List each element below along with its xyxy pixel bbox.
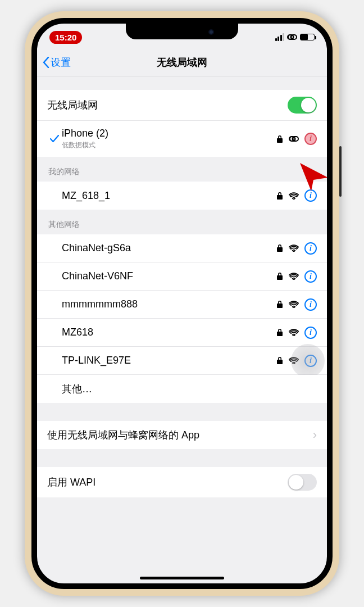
network-name: MZ618 bbox=[62, 327, 276, 338]
wifi-icon bbox=[289, 244, 299, 252]
wifi-icon bbox=[289, 301, 299, 308]
info-button[interactable]: i bbox=[304, 355, 317, 367]
wifi-toggle[interactable] bbox=[288, 97, 317, 114]
home-indicator bbox=[140, 577, 224, 579]
side-button bbox=[339, 146, 342, 197]
network-name: ChinaNet-V6NF bbox=[62, 270, 276, 282]
content: 无线局域网 iPhone (2) 低数据模式 i bbox=[37, 76, 327, 497]
wifi-icon bbox=[289, 357, 299, 364]
connected-network-name: iPhone (2) bbox=[62, 128, 276, 139]
back-button[interactable]: 设置 bbox=[37, 56, 71, 69]
lock-icon bbox=[276, 356, 283, 365]
wapi-toggle[interactable] bbox=[288, 474, 317, 491]
info-button[interactable]: i bbox=[304, 327, 317, 339]
network-row-my-0[interactable]: MZ_618_1 i bbox=[37, 182, 327, 210]
lock-icon bbox=[276, 192, 283, 200]
wapi-row[interactable]: 启用 WAPI bbox=[37, 467, 327, 497]
info-button[interactable]: i bbox=[304, 242, 317, 255]
page-title: 无线局域网 bbox=[37, 56, 327, 69]
hotspot-link-icon bbox=[289, 136, 299, 142]
chevron-left-icon bbox=[43, 57, 49, 68]
network-name: MZ_618_1 bbox=[62, 190, 276, 202]
back-label: 设置 bbox=[51, 56, 71, 69]
network-name: ChinaNet-gS6a bbox=[62, 242, 276, 254]
network-name: mmmmmmm888 bbox=[62, 298, 276, 310]
network-row-other-3[interactable]: MZ618 i bbox=[37, 319, 327, 347]
signal-icon bbox=[275, 33, 285, 41]
lock-icon bbox=[276, 244, 283, 252]
my-networks-header: 我的网络 bbox=[37, 157, 327, 182]
wifi-icon bbox=[289, 273, 299, 280]
other-network-option[interactable]: 其他… bbox=[37, 375, 327, 403]
connected-network-row[interactable]: iPhone (2) 低数据模式 i bbox=[37, 121, 327, 157]
info-button[interactable]: i bbox=[304, 189, 317, 202]
network-name: TP-LINK_E97E bbox=[62, 355, 276, 366]
info-button[interactable]: i bbox=[304, 270, 317, 283]
network-row-other-1[interactable]: ChinaNet-V6NF i bbox=[37, 262, 327, 291]
network-row-other-2[interactable]: mmmmmmm888 i bbox=[37, 291, 327, 319]
wapi-label: 启用 WAPI bbox=[47, 475, 288, 489]
lock-icon bbox=[276, 272, 283, 280]
apps-label: 使用无线局域网与蜂窝网络的 App bbox=[47, 428, 310, 442]
lock-icon bbox=[276, 328, 283, 337]
network-row-other-0[interactable]: ChinaNet-gS6a i bbox=[37, 234, 327, 262]
wifi-toggle-label: 无线局域网 bbox=[47, 98, 288, 112]
battery-icon bbox=[300, 34, 315, 40]
lock-icon bbox=[276, 300, 283, 309]
connected-network-sub: 低数据模式 bbox=[62, 141, 276, 150]
info-button[interactable]: i bbox=[304, 133, 317, 145]
other-networks-header: 其他网络 bbox=[37, 210, 327, 234]
chevron-right-icon: › bbox=[313, 428, 317, 442]
personal-hotspot-icon bbox=[287, 34, 297, 40]
apps-using-wifi-row[interactable]: 使用无线局域网与蜂窝网络的 App › bbox=[37, 421, 327, 449]
wifi-icon bbox=[289, 329, 299, 336]
phone-frame: 15:20 设置 无线局域网 无线局域网 bbox=[25, 11, 339, 596]
wifi-icon bbox=[289, 192, 299, 200]
info-button[interactable]: i bbox=[304, 298, 317, 311]
status-time-recording[interactable]: 15:20 bbox=[49, 31, 82, 44]
network-row-other-4[interactable]: TP-LINK_E97E i bbox=[37, 347, 327, 375]
other-label: 其他… bbox=[62, 382, 317, 396]
notch bbox=[126, 24, 238, 39]
wifi-toggle-row[interactable]: 无线局域网 bbox=[37, 90, 327, 121]
lock-icon bbox=[276, 135, 283, 143]
check-icon bbox=[47, 135, 62, 143]
nav-bar: 设置 无线局域网 bbox=[37, 48, 327, 76]
